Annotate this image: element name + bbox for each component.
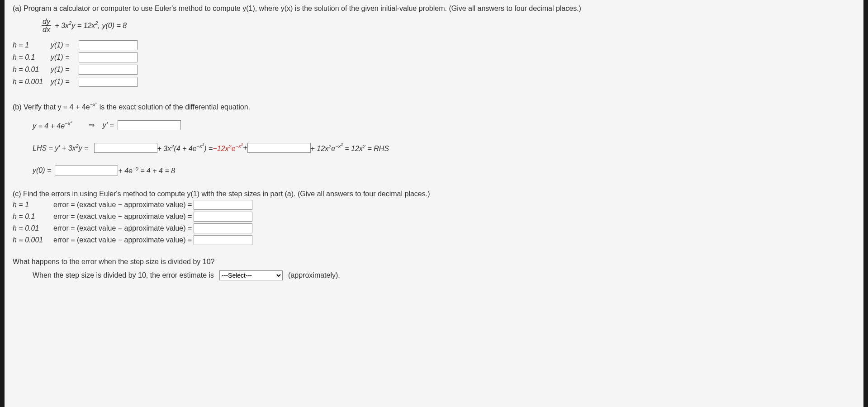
lhs-label: LHS = y' + 3x2y = [33, 143, 89, 152]
answer-post: (approximately). [288, 271, 340, 279]
part-b: (b) Verify that y = 4 + 4e−x3 is the exa… [13, 101, 855, 175]
input-lhs-1[interactable] [94, 143, 157, 153]
input-error-h1[interactable] [194, 200, 252, 210]
h-label-1: h = 1 [13, 41, 51, 49]
y0-label: y(0) = [33, 166, 51, 175]
verif-line-3: y(0) = + 4e−0 = 4 + 4 = 8 [33, 166, 855, 175]
part-c-prompt: (c) Find the errors in using Euler's met… [13, 190, 855, 198]
denominator: dx [42, 26, 51, 34]
input-error-h01[interactable] [194, 212, 252, 222]
input-y1-h001[interactable] [79, 65, 138, 75]
fraction-dy-dx: dy dx [42, 18, 51, 34]
yprime-label: y' = [103, 121, 114, 129]
question-page: (a) Program a calculator or computer to … [5, 0, 863, 407]
h-label-4: h = 0.001 [13, 78, 51, 86]
y-label-2: y(1) = [51, 53, 79, 62]
err-label-2: error = (exact value − approximate value… [53, 213, 192, 221]
h-label-3: h = 0.01 [13, 66, 51, 74]
y-expr: y = 4 + 4e−x3 [33, 120, 72, 130]
verif-line-1: y = 4 + 4e−x3 ⇒ y' = [33, 120, 855, 130]
part-c: (c) Find the errors in using Euler's met… [13, 190, 855, 280]
err-h-4: h = 0.001 [13, 236, 53, 244]
ode-equation: dy dx + 3x2y = 12x2, y(0) = 8 [13, 18, 855, 34]
row-h-0.01: h = 0.01 y(1) = [13, 65, 855, 75]
input-lhs-2[interactable] [247, 143, 311, 153]
row-h-1: h = 1 y(1) = [13, 40, 855, 50]
input-y1-h0001[interactable] [79, 77, 138, 87]
h-label-2: h = 0.1 [13, 53, 51, 62]
err-row-1: h = 1 error = (exact value − approximate… [13, 200, 855, 210]
part-c-question: What happens to the error when the step … [13, 258, 855, 266]
answer-pre: When the step size is divided by 10, the… [33, 271, 214, 279]
err-row-2: h = 0.1 error = (exact value − approxima… [13, 212, 855, 222]
err-h-3: h = 0.01 [13, 224, 53, 232]
arrow-icon: ⇒ [89, 121, 95, 129]
err-h-2: h = 0.1 [13, 213, 53, 221]
err-label-3: error = (exact value − approximate value… [53, 224, 192, 232]
err-row-3: h = 0.01 error = (exact value − approxim… [13, 223, 855, 233]
red-term: −12x2e−x3 [213, 143, 243, 153]
input-y0[interactable] [55, 166, 118, 175]
y-label-3: y(1) = [51, 66, 79, 74]
input-error-h001[interactable] [194, 223, 252, 233]
err-row-4: h = 0.001 error = (exact value − approxi… [13, 235, 855, 245]
input-y1-h1[interactable] [79, 40, 138, 50]
input-error-h0001[interactable] [194, 235, 252, 245]
part-a: (a) Program a calculator or computer to … [13, 5, 855, 87]
y-label-4: y(1) = [51, 78, 79, 86]
input-y1-h01[interactable] [79, 52, 138, 62]
eq-text-3: , y(0) = 8 [98, 22, 127, 29]
part-c-answer-row: When the step size is divided by 10, the… [13, 270, 855, 280]
err-label-4: error = (exact value − approximate value… [53, 236, 192, 244]
select-error-behavior[interactable]: ---Select--- [219, 270, 283, 280]
eq-text-2: y = 12x [71, 22, 95, 29]
part-a-prompt: (a) Program a calculator or computer to … [13, 5, 855, 13]
part-b-prompt: (b) Verify that y = 4 + 4e−x3 is the exa… [13, 101, 855, 111]
row-h-0.001: h = 0.001 y(1) = [13, 77, 855, 87]
err-label-1: error = (exact value − approximate value… [53, 201, 192, 209]
err-h-1: h = 1 [13, 201, 53, 209]
row-h-0.1: h = 0.1 y(1) = [13, 52, 855, 62]
input-yprime[interactable] [118, 120, 181, 130]
y-label-1: y(1) = [51, 41, 79, 49]
verif-line-2: LHS = y' + 3x2y = + 3x2(4 + 4e−x3) = −12… [33, 143, 855, 153]
numerator: dy [42, 18, 51, 26]
eq-text-1: + 3x [55, 22, 69, 29]
